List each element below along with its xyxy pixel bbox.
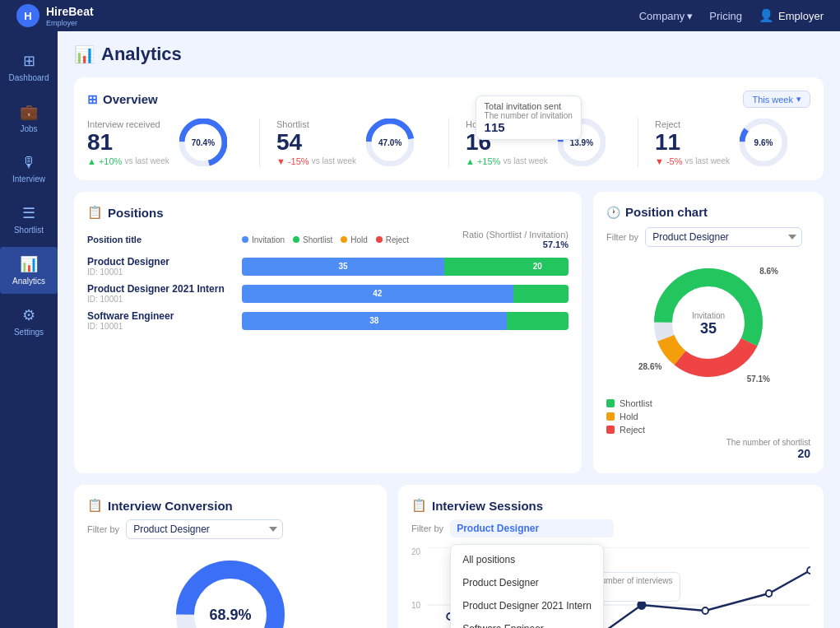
interview-conv-filter-row: Filter by All positions Product Designer… — [87, 519, 374, 539]
sidebar-label-analytics: Analytics — [12, 277, 45, 286]
legend-shortlist: Shortlist — [293, 235, 332, 244]
logo-sub: Employer — [46, 19, 94, 27]
stat-donut-3: 9.6% — [740, 119, 787, 166]
position-id-0: ID: 10001 — [87, 267, 235, 277]
legend-invitation: Invitation — [242, 235, 285, 244]
position-bar-0: 35 20 10 3 — [242, 258, 569, 276]
positions-legend-items: Invitation Shortlist Hold — [242, 235, 456, 244]
legend-shortlist-row: Shortlist — [606, 398, 810, 408]
stat-suffix-2: vs last week — [503, 156, 547, 165]
dropdown-product-designer[interactable]: Product Designer — [451, 571, 603, 594]
pct-label-shortlist: 57.1% — [747, 374, 770, 384]
sidebar-label-shortlist: Shortlist — [14, 226, 44, 235]
positions-card: 📋 Positions Position title Invitation — [74, 192, 582, 473]
stat-suffix-1: vs last week — [312, 156, 356, 165]
interview-sess-title: 📋 Interview Sessions — [411, 498, 810, 513]
sessions-dropdown-menu: All positions Product Designer Product D… — [450, 544, 604, 628]
legend-reject-row: Reject — [606, 425, 810, 435]
stat-donut-label-1: 47.0% — [378, 138, 401, 147]
pricing-nav-link[interactable]: Pricing — [709, 10, 742, 22]
stat-divider-1 — [259, 118, 260, 167]
dropdown-software-engineer[interactable]: Software Engineer — [451, 617, 603, 628]
legend-hold: Hold — [341, 235, 368, 244]
sidebar-item-jobs[interactable]: 💼 Jobs — [0, 95, 58, 142]
legend-hold-row: Hold — [606, 412, 810, 421]
stat-donut-label-3: 9.6% — [754, 138, 773, 147]
shortlist-dot — [293, 236, 299, 243]
topnav-right: Company ▾ Pricing 👤 Employer — [639, 8, 824, 23]
sidebar-item-settings[interactable]: ⚙ Settings — [0, 298, 58, 345]
position-row-1: Product Designer 2021 Intern ID: 10001 4… — [87, 283, 569, 304]
analytics-icon: 📊 — [20, 255, 38, 273]
stat-label-0: Interview received — [87, 119, 169, 129]
page-title-icon: 📊 — [74, 44, 95, 64]
position-chart-donut-wrap: Invitation 35 8.6% 28.6% 57.1% — [606, 257, 810, 392]
jobs-icon: 💼 — [20, 103, 38, 121]
sidebar-label-interview: Interview — [12, 174, 45, 184]
position-name-1: Product Designer 2021 Intern ID: 10001 — [87, 283, 235, 304]
employer-nav-item[interactable]: 👤 Employer — [759, 8, 824, 23]
sidebar-item-shortlist[interactable]: ☰ Shortlist — [0, 196, 58, 243]
pct-label-reject: 28.6% — [638, 362, 661, 371]
bottom-cards-row: 📋 Interview Conversion Filter by All pos… — [74, 485, 824, 628]
sidebar-label-jobs: Jobs — [20, 124, 37, 133]
interview-sess-filter-select[interactable]: All positions Product Designer Product D… — [450, 519, 614, 537]
stat-label-1: Shortlist — [276, 119, 356, 129]
sidebar-label-dashboard: Dashboard — [9, 73, 49, 82]
position-chart-filter-wrap: All positions Product Designer Product D… — [645, 227, 802, 247]
positions-rows: Product Designer ID: 10001 35 20 10 3 Pr… — [87, 256, 569, 331]
positions-icon: 📋 — [87, 205, 103, 220]
interview-conv-filter-select[interactable]: All positions Product Designer Product D… — [126, 519, 283, 539]
positions-row: 📋 Positions Position title Invitation — [74, 192, 824, 473]
position-chart-title: 🕐 Position chart — [606, 205, 810, 219]
chevron-down-icon: ▾ — [796, 94, 801, 105]
reject-dot — [376, 236, 383, 243]
position-chart-filter-select[interactable]: All positions Product Designer Product D… — [645, 227, 802, 247]
position-bar-1: 42 17 3 4 — [242, 285, 569, 303]
company-nav-link[interactable]: Company ▾ — [639, 10, 694, 22]
dropdown-all-positions[interactable]: All positions — [451, 548, 603, 571]
shortlist-icon: ☰ — [22, 204, 35, 222]
stat-text-0: Interview received 81 ▲ +10% vs last wee… — [87, 119, 169, 166]
position-chart-card: 🕐 Position chart Filter by All positions… — [593, 192, 824, 473]
sidebar-item-interview[interactable]: 🎙 Interview — [0, 146, 58, 192]
invitation-tooltip: Total invitation sent The number of invi… — [476, 95, 582, 140]
dropdown-product-designer-intern[interactable]: Product Designer 2021 Intern — [451, 594, 603, 617]
interview-conv-donut-wrap: 68.9% — [87, 549, 374, 628]
svg-point-20 — [638, 601, 645, 609]
position-row-2: Software Engineer ID: 10001 38 17 3 4 — [87, 310, 569, 331]
stat-arrow-2: ▲ +15% — [466, 156, 500, 166]
dashboard-icon: ⊞ — [23, 52, 35, 70]
sidebar-item-dashboard[interactable]: ⊞ Dashboard — [0, 44, 58, 91]
stat-divider-3 — [638, 118, 638, 167]
stat-change-0: ▲ +10% vs last week — [87, 156, 169, 166]
stat-arrow-1: ▼ -15% — [276, 156, 309, 166]
position-name-2: Software Engineer ID: 10001 — [87, 310, 235, 331]
ratio-header: Ratio (Shortlist / Invitation) 57.1% — [462, 230, 569, 249]
main-content: 📊 Analytics ⊞ Overview Total invitation … — [58, 31, 840, 628]
svg-point-23 — [807, 567, 810, 574]
overview-card: ⊞ Overview Total invitation sent The num… — [74, 77, 824, 180]
bar-invitation-0: 35 — [242, 258, 444, 276]
pct-label-hold: 8.6% — [759, 267, 778, 276]
position-id-1: ID: 10001 — [87, 295, 235, 304]
bar-invitation-1: 42 — [242, 285, 513, 303]
logo-text: HireBeat — [46, 5, 94, 18]
position-bar-2: 38 17 3 4 — [242, 312, 569, 330]
logo: H HireBeat Employer — [16, 4, 94, 27]
position-chart-donut: Invitation 35 8.6% 28.6% 57.1% — [643, 257, 774, 392]
position-chart-icon: 🕐 — [606, 206, 620, 219]
stat-value-1: 54 — [276, 131, 356, 154]
sidebar-item-analytics[interactable]: 📊 Analytics — [0, 247, 58, 294]
stat-change-1: ▼ -15% vs last week — [276, 156, 356, 166]
svg-point-22 — [766, 590, 772, 597]
position-chart-legend: Shortlist Hold Reject — [606, 398, 810, 435]
sess-filter-wrap: All positions Product Designer Product D… — [450, 519, 614, 537]
stat-donut-1: 47.0% — [366, 119, 414, 166]
stat-arrow-3: ▼ -5% — [655, 156, 683, 166]
positions-card-inner: 📋 Positions Position title Invitation — [74, 192, 582, 473]
conv-center: 68.9% — [209, 607, 251, 624]
interview-sess-icon: 📋 — [411, 498, 427, 513]
this-week-filter[interactable]: This week ▾ — [743, 91, 810, 108]
hold-legend-dot — [606, 412, 615, 421]
